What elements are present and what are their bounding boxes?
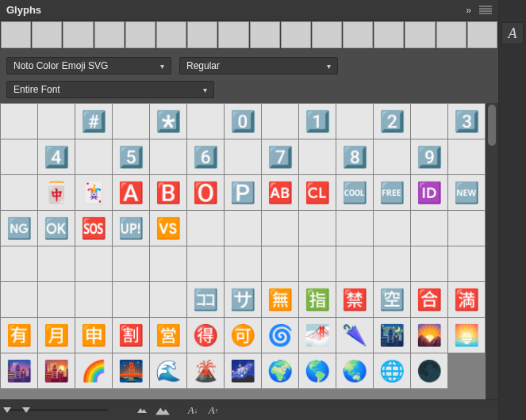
- glyph-cell[interactable]: 🆕: [448, 175, 485, 210]
- glyph-cell[interactable]: 🇬: [411, 211, 447, 246]
- glyph-cell[interactable]: 🆗: [38, 211, 75, 246]
- glyph-cell[interactable]: 3: [411, 104, 447, 139]
- glyph-cell[interactable]: 9️⃣: [411, 139, 447, 174]
- glyph-cell[interactable]: 0️⃣: [225, 104, 261, 139]
- glyph-cell[interactable]: 🈹: [113, 318, 149, 353]
- glyph-cell[interactable]: #️⃣: [75, 104, 112, 139]
- glyph-cell[interactable]: 🈵: [448, 282, 485, 317]
- recent-glyph-slot[interactable]: [374, 21, 404, 48]
- glyph-cell[interactable]: 🌑: [411, 353, 447, 388]
- glyph-cell[interactable]: 🆒: [336, 175, 373, 210]
- glyph-cell[interactable]: 🆚: [150, 211, 186, 246]
- glyph-cell[interactable]: 🇧: [225, 211, 261, 246]
- glyph-cell[interactable]: 🇿: [150, 282, 186, 317]
- glyph-cell[interactable]: 6: [150, 139, 186, 174]
- glyph-cell[interactable]: 5️⃣: [113, 139, 149, 174]
- glyph-cell[interactable]: 🈯: [299, 282, 336, 317]
- glyph-cell[interactable]: 🇦: [187, 211, 224, 246]
- glyph-cell[interactable]: 🌇: [38, 353, 75, 388]
- glyph-cell[interactable]: 🆎: [262, 175, 298, 210]
- glyph-cell[interactable]: 🆔: [411, 175, 447, 210]
- recent-glyph-slot[interactable]: [467, 21, 497, 48]
- glyph-cell[interactable]: 🇴: [225, 246, 261, 281]
- recent-glyph-slot[interactable]: [218, 21, 248, 48]
- glyph-cell[interactable]: 🉐: [187, 318, 224, 353]
- glyph-cell[interactable]: 5: [75, 139, 112, 174]
- glyph-cell[interactable]: 🇷: [336, 246, 373, 281]
- glyph-cell[interactable]: 🅰️: [113, 175, 149, 210]
- glyph-cell[interactable]: 🆑: [299, 175, 336, 210]
- glyph-cell[interactable]: 🈸: [75, 318, 112, 353]
- recent-glyph-slot[interactable]: [436, 21, 466, 48]
- glyph-cell[interactable]: 🌁: [299, 318, 336, 353]
- zoom-in-button[interactable]: A↑: [205, 403, 222, 418]
- zoom-slider[interactable]: [5, 403, 108, 418]
- glyph-cell[interactable]: 🌌: [225, 353, 261, 388]
- glyph-cell[interactable]: 7: [225, 139, 261, 174]
- glyph-cell[interactable]: 🌉: [113, 353, 149, 388]
- recent-glyph-slot[interactable]: [125, 21, 155, 48]
- recent-glyph-slot[interactable]: [63, 21, 93, 48]
- glyph-cell[interactable]: 🇽: [75, 282, 112, 317]
- glyph-cell[interactable]: 🌄: [411, 318, 447, 353]
- mountain-small-icon[interactable]: [133, 403, 151, 418]
- glyph-cell[interactable]: 🌐: [374, 353, 410, 388]
- glyph-cell[interactable]: 🌀: [262, 318, 298, 353]
- glyph-cell[interactable]: 8: [299, 139, 336, 174]
- glyph-cell[interactable]: 🆘: [75, 211, 112, 246]
- glyphs-dock-icon[interactable]: A: [501, 22, 524, 44]
- panel-menu-button[interactable]: [479, 6, 492, 15]
- zoom-out-button[interactable]: A↓: [184, 403, 202, 418]
- glyph-cell[interactable]: 2️⃣: [374, 104, 410, 139]
- glyph-cell[interactable]: 🇳: [187, 246, 224, 281]
- glyph-cell[interactable]: 🌊: [150, 353, 186, 388]
- glyph-cell[interactable]: 🌋: [187, 353, 224, 388]
- glyph-cell[interactable]: 🇱: [113, 246, 149, 281]
- glyph-cell[interactable]: 🆙: [113, 211, 149, 246]
- recent-glyph-slot[interactable]: [281, 21, 311, 48]
- glyph-cell[interactable]: 🇮: [1, 246, 37, 281]
- glyph-cell[interactable]: 0: [187, 104, 224, 139]
- glyph-cell[interactable]: [1, 104, 37, 139]
- glyph-cell[interactable]: 🀄: [38, 175, 75, 210]
- glyph-cell[interactable]: 🌂: [336, 318, 373, 353]
- glyph-cell[interactable]: 4️⃣: [38, 139, 75, 174]
- recent-glyph-slot[interactable]: [343, 21, 373, 48]
- recent-glyph-slot[interactable]: [250, 21, 280, 48]
- glyph-cell[interactable]: 🇨: [262, 211, 298, 246]
- glyph-cell[interactable]: 🇭: [448, 211, 485, 246]
- recent-glyph-slot[interactable]: [94, 21, 125, 48]
- glyph-cell[interactable]: ©: [448, 139, 485, 174]
- recent-glyph-slot[interactable]: [1, 21, 31, 48]
- glyph-cell[interactable]: 🈳: [374, 282, 410, 317]
- glyph-cell[interactable]: 🇫: [374, 211, 410, 246]
- glyph-cell[interactable]: *️⃣: [150, 104, 186, 139]
- glyph-cell[interactable]: 🇶: [299, 246, 336, 281]
- mountain-large-icon[interactable]: [154, 403, 171, 418]
- glyph-cell[interactable]: 🃏: [75, 175, 112, 210]
- recent-glyph-slot[interactable]: [156, 21, 186, 48]
- glyph-cell[interactable]: 🆓: [374, 175, 410, 210]
- glyph-cell[interactable]: 7️⃣: [262, 139, 298, 174]
- glyph-cell[interactable]: 🌈: [75, 353, 112, 388]
- slider-handle[interactable]: [22, 407, 30, 413]
- glyph-cell[interactable]: 🅿️: [225, 175, 261, 210]
- glyph-cell[interactable]: 🅾️: [187, 175, 224, 210]
- font-family-select[interactable]: Noto Color Emoji SVG ▾: [6, 57, 171, 74]
- glyph-cell[interactable]: 🈶: [1, 318, 37, 353]
- glyph-cell[interactable]: 🈷️: [38, 318, 75, 353]
- glyph-cell[interactable]: 🉑: [225, 318, 261, 353]
- scrollbar-thumb[interactable]: [488, 105, 496, 146]
- scrollbar[interactable]: [486, 103, 498, 399]
- glyph-cell[interactable]: 🈲: [336, 282, 373, 317]
- glyph-cell[interactable]: ®: [1, 175, 37, 210]
- glyph-cell[interactable]: 6️⃣: [187, 139, 224, 174]
- glyph-cell[interactable]: 🇵: [262, 246, 298, 281]
- slider-handle[interactable]: [3, 407, 11, 413]
- glyph-cell[interactable]: 8️⃣: [336, 139, 373, 174]
- font-style-select[interactable]: Regular ▾: [179, 57, 338, 74]
- glyph-cell[interactable]: 🈂️: [225, 282, 261, 317]
- glyph-cell[interactable]: 🌃: [374, 318, 410, 353]
- glyph-cell[interactable]: 🇹: [411, 246, 447, 281]
- glyph-cell[interactable]: 🌎: [299, 353, 336, 388]
